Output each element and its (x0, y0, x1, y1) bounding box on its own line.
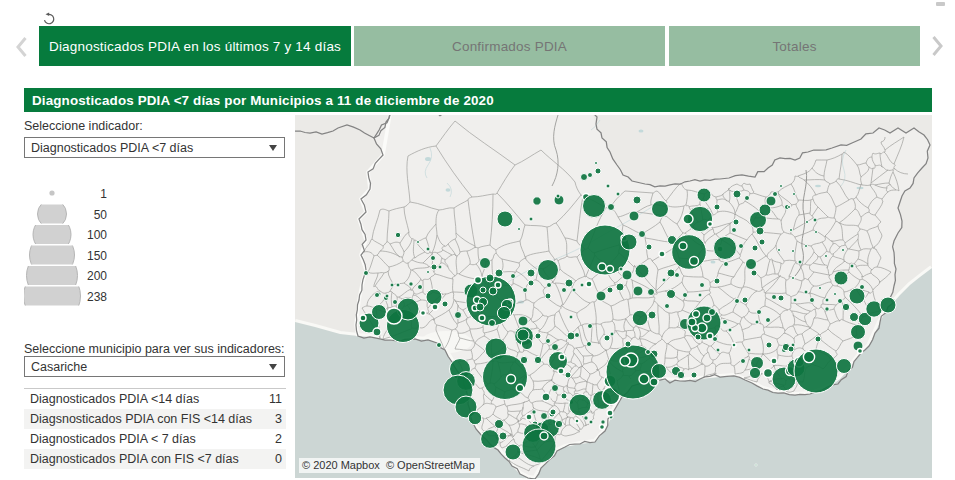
svg-text:200: 200 (87, 269, 107, 283)
svg-text:50: 50 (94, 208, 108, 222)
svg-text:100: 100 (87, 228, 107, 242)
svg-text:150: 150 (87, 249, 107, 263)
svg-text:238: 238 (87, 290, 107, 304)
svg-text:1: 1 (100, 187, 107, 201)
